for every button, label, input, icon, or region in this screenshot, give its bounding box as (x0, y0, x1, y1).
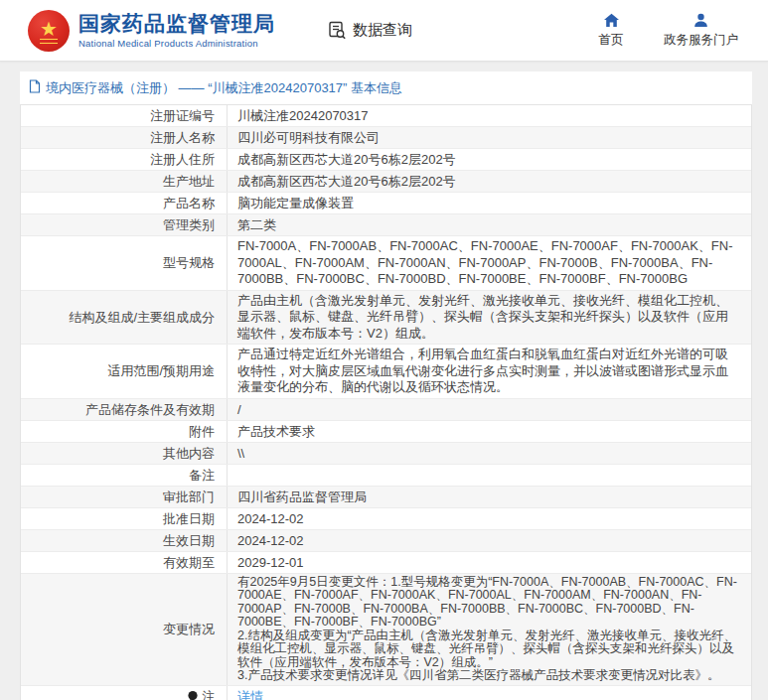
row-value: 成都高新区西芯大道20号6栋2层202号 (228, 171, 751, 192)
row-value: 有2025年9月5日变更文件：1.型号规格变更为“FN-7000A、FN-700… (228, 574, 751, 685)
table-row: 结构及组成/主要组成成分产品由主机（含激光发射单元、发射光纤、激光接收单元、接收… (21, 291, 751, 346)
table-row: 批准日期2024-12-02 (21, 508, 751, 530)
row-value: 川械注准20242070317 (228, 105, 751, 126)
row-value: 2029-12-01 (228, 552, 751, 573)
row-value: 2024-12-02 (228, 508, 751, 529)
table-row: 审批部门四川省药品监督管理局 (21, 487, 751, 508)
table-row: 注册人名称四川必可明科技有限公司 (21, 127, 751, 149)
home-icon (603, 13, 620, 28)
data-query-label: 数据查询 (353, 21, 412, 40)
nav-home-label: 首页 (599, 32, 624, 49)
row-value: 成都高新区西芯大道20号6栋2层202号 (228, 149, 751, 170)
row-value (228, 465, 751, 486)
row-label: 型号规格 (21, 236, 228, 290)
nav-item-home[interactable]: 首页 (588, 13, 634, 49)
row-value: 四川必可明科技有限公司 (228, 127, 751, 148)
breadcrumb-text: 境内医疗器械（注册） —— “川械注准20242070317” 基本信息 (46, 79, 402, 97)
row-label: 产品名称 (21, 193, 228, 213)
emblem-gate-icon (40, 39, 58, 44)
document-icon (29, 79, 46, 96)
row-label: 审批部门 (21, 487, 228, 507)
org-name-en: National Medical Products Administration (78, 38, 275, 49)
row-label: 注册人住所 (21, 149, 228, 170)
user-icon (693, 13, 708, 28)
national-emblem-logo: ★ (28, 10, 70, 52)
row-value: / (228, 399, 751, 420)
emblem-star-icon: ★ (40, 19, 58, 39)
row-label: 有效期至 (21, 552, 228, 573)
table-row: 生产地址成都高新区西芯大道20号6栋2层202号 (21, 171, 751, 193)
row-label: 结构及组成/主要组成成分 (21, 291, 228, 345)
org-name-zh: 国家药品监督管理局 (78, 12, 275, 36)
table-row: 其他内容\\ (21, 443, 751, 465)
detail-link[interactable]: 详情 (237, 689, 263, 700)
row-value: 产品通过特定近红外光谱组合，利用氧合血红蛋白和脱氧血红蛋白对近红外光谱的可吸收特… (228, 345, 751, 398)
nav-portal-label: 政务服务门户 (664, 32, 738, 49)
table-row: 产品名称脑功能定量成像装置 (21, 193, 751, 214)
nav-item-portal[interactable]: 政务服务门户 (664, 13, 738, 49)
row-label: 生产地址 (21, 171, 228, 192)
data-query-button[interactable]: 数据查询 (327, 20, 412, 41)
row-value: 产品由主机（含激光发射单元、发射光纤、激光接收单元、接收光纤、模组化工控机、显示… (228, 291, 751, 345)
row-value: 四川省药品监督管理局 (228, 487, 751, 507)
row-label: 批准日期 (21, 508, 228, 529)
table-row: 管理类别第二类 (21, 214, 751, 236)
table-row: 有效期至2029-12-01 (21, 552, 751, 574)
table-row: 注册人住所成都高新区西芯大道20号6栋2层202号 (21, 149, 751, 171)
table-row: 附件产品技术要求 (21, 421, 751, 443)
table-row: 注册证编号川械注准20242070317 (21, 105, 751, 127)
row-label: 其他内容 (21, 443, 228, 464)
row-value: 脑功能定量成像装置 (228, 193, 751, 213)
table-row: 生效日期2024-12-02 (21, 530, 751, 552)
breadcrumb: 境内医疗器械（注册） —— “川械注准20242070317” 基本信息 (20, 71, 752, 104)
row-value: 详情 (228, 686, 751, 700)
note-balloon-icon (187, 690, 199, 700)
row-value: 第二类 (228, 214, 751, 235)
table-row: 备注 (21, 465, 751, 487)
table-row: 变更情况有2025年9月5日变更文件：1.型号规格变更为“FN-7000A、FN… (21, 574, 751, 686)
row-value: 2024-12-02 (228, 530, 751, 551)
row-label: 备注 (21, 465, 228, 486)
row-value: 产品技术要求 (228, 421, 751, 442)
row-label: 附件 (21, 421, 228, 442)
row-label: 产品储存条件及有效期 (21, 399, 228, 420)
data-query-icon (327, 20, 348, 41)
org-titles: 国家药品监督管理局 National Medical Products Admi… (78, 12, 275, 49)
table-row: 型号规格FN-7000A、FN-7000AB、FN-7000AC、FN-7000… (21, 236, 751, 291)
header-nav: 首页 政务服务门户 (588, 13, 738, 49)
row-value: FN-7000A、FN-7000AB、FN-7000AC、FN-7000AE、F… (228, 236, 751, 290)
row-label: 变更情况 (21, 574, 228, 685)
row-label: 管理类别 (21, 214, 228, 235)
row-label: 注册人名称 (21, 127, 228, 148)
table-row: 产品储存条件及有效期/ (21, 399, 751, 421)
table-row: 适用范围/预期用途产品通过特定近红外光谱组合，利用氧合血红蛋白和脱氧血红蛋白对近… (21, 345, 751, 399)
registration-info-table: 注册证编号川械注准20242070317注册人名称四川必可明科技有限公司注册人住… (20, 104, 752, 700)
site-header: ★ 国家药品监督管理局 National Medical Products Ad… (0, 0, 768, 62)
row-value: \\ (228, 443, 751, 464)
table-row: 注详情 (21, 686, 751, 700)
row-label: 注册证编号 (21, 105, 228, 126)
content-card: 境内医疗器械（注册） —— “川械注准20242070317” 基本信息 注册证… (20, 71, 752, 700)
row-label: 生效日期 (21, 530, 228, 551)
row-label: 适用范围/预期用途 (21, 345, 228, 398)
row-label: 注 (21, 686, 228, 700)
